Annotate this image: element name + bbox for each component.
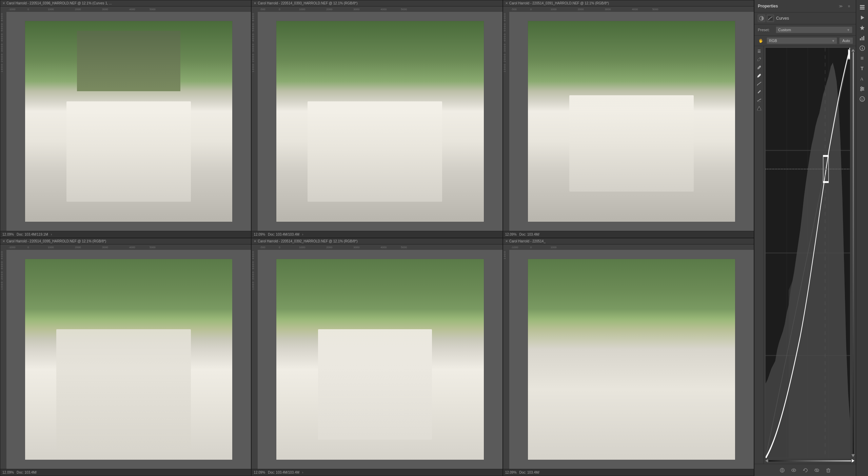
character-toolbar-icon[interactable]: A — [857, 74, 867, 83]
curves-pencil-btn[interactable] — [755, 80, 763, 87]
pencil-tool-btn[interactable] — [755, 88, 763, 96]
status-bar-5: 12.09% Doc: 103.4M/ — [503, 469, 754, 476]
panel-close-2[interactable]: ✕ — [505, 1, 508, 5]
doc-size-0: Doc: 103.4M/119.1M — [17, 233, 48, 236]
output-slider-track — [853, 52, 854, 454]
mask-svg — [759, 16, 764, 21]
curves-mode-tools: 🖐 — [757, 37, 765, 44]
doc-size-2: Doc: 103.4M/ — [519, 233, 539, 236]
output-slider-bottom[interactable] — [851, 454, 855, 457]
expand-panel-button[interactable]: ≫ — [837, 3, 844, 9]
bride-photo-0 — [25, 21, 233, 222]
clipping-btn[interactable] — [755, 104, 763, 112]
panel-close-1[interactable]: ✕ — [254, 1, 256, 5]
actions-toolbar-icon[interactable] — [857, 23, 867, 33]
smooth-curves-btn[interactable] — [755, 96, 763, 104]
svg-rect-37 — [860, 8, 865, 9]
output-slider-top[interactable] — [851, 49, 855, 52]
panel-titlebar-3: ✕ Carol Harrold - 220514_0395_HARROLD.NE… — [0, 238, 251, 244]
trash-icon — [826, 468, 831, 473]
character-svg-icon: A — [859, 76, 865, 82]
status-bar-3: 12.09% Doc: 103.4M/ — [0, 469, 251, 476]
status-arrow-1[interactable]: › — [302, 233, 303, 236]
preset-dropdown[interactable]: Custom ▼ — [776, 26, 852, 33]
ruler-top-4: -500 0 1000 2000 3000 4000 5000 — [252, 244, 502, 250]
clip-mask-button[interactable] — [778, 467, 786, 474]
play-toolbar-icon[interactable] — [857, 13, 867, 22]
main-layout: ✕ Carol Harrold - 220514_0396_HARROLD.NE… — [0, 0, 868, 476]
ruler-area-1: 1000 2000 3000 4000 5000 6000 — [252, 12, 502, 231]
eye2-icon — [814, 468, 820, 473]
svg-marker-15 — [789, 63, 850, 458]
panel-close-3[interactable]: ✕ — [2, 239, 5, 243]
status-arrow-0[interactable]: › — [51, 233, 52, 236]
type-toolbar-icon[interactable]: T — [857, 64, 867, 73]
far-right-toolbar: ≡ T A — [856, 0, 868, 476]
panel-close-5[interactable]: ✕ — [505, 239, 508, 243]
bride-photo-4 — [276, 259, 484, 460]
panel-titlebar-1: ✕ Carol Harrold - 220514_0393_HARROLD.NE… — [252, 0, 502, 6]
svg-marker-26 — [803, 469, 805, 471]
image-panel-3: ✕ Carol Harrold - 220514_0395_HARROLD.NE… — [0, 238, 251, 476]
ruler-left-0: 1000 2000 3000 4000 5000 6000 — [0, 12, 6, 231]
eyedropper-white-btn[interactable] — [755, 72, 763, 79]
image-container-2 — [509, 12, 754, 231]
svg-rect-42 — [863, 36, 864, 40]
curves-tools-col: ☰ — [754, 46, 764, 464]
pencil-icon — [757, 90, 762, 94]
ruler-area-4: 1000 2000 3000 4000 — [252, 250, 502, 469]
histogram-toolbar-icon[interactable] — [857, 33, 867, 43]
properties-icons: ≫ ≡ — [837, 3, 852, 9]
adjust-toolbar-icon[interactable]: ≡ — [857, 54, 867, 63]
ruler-left-4: 1000 2000 3000 4000 — [252, 250, 258, 469]
panel-close-4[interactable]: ✕ — [254, 239, 256, 243]
curves-adj-svg — [768, 16, 773, 21]
panel-title-5: Carol Harrold - 220514_ — [509, 239, 546, 243]
ruler-area-0: 1000 2000 3000 4000 5000 6000 — [0, 12, 251, 231]
eyedropper-dark-icon — [757, 57, 762, 62]
visibility2-button[interactable] — [813, 467, 821, 474]
image-panel-1: ✕ Carol Harrold - 220514_0393_HARROLD.NE… — [251, 0, 502, 238]
svg-point-55 — [863, 98, 863, 99]
properties-title: Properties — [758, 4, 778, 8]
face-svg-icon — [859, 96, 865, 102]
status-bar-4: 12.09% Doc: 103.4M/103.4M › — [252, 469, 502, 476]
curves-header: Curves — [754, 13, 856, 24]
reset-button[interactable] — [802, 467, 809, 474]
panel-close-0[interactable]: ✕ — [2, 1, 5, 5]
svg-point-53 — [860, 97, 865, 101]
eyedropper-gray-btn[interactable] — [755, 64, 763, 71]
input-slider-right[interactable] — [852, 459, 854, 462]
auto-button[interactable]: Auto — [839, 37, 853, 44]
eyedropper-dark-btn[interactable] — [755, 56, 763, 63]
star-svg-icon — [859, 25, 865, 31]
panel-menu-button[interactable]: ≡ — [846, 3, 852, 9]
properties-bottom-toolbar — [754, 464, 856, 476]
ruler-area-5: 1000 — [503, 250, 754, 469]
curves-graph[interactable] — [765, 47, 850, 458]
mask-icon[interactable] — [758, 15, 765, 22]
svg-rect-19 — [848, 50, 850, 59]
curves-section-label: Curves — [776, 16, 789, 21]
input-slider-left[interactable] — [765, 459, 768, 462]
svg-point-25 — [793, 470, 794, 471]
properties-toolbar-icon[interactable] — [857, 84, 867, 94]
face-aware-toolbar-icon[interactable] — [857, 94, 867, 104]
delete-button[interactable] — [825, 467, 832, 474]
adjustment-icon[interactable] — [767, 15, 774, 22]
image-container-3 — [6, 250, 251, 469]
status-bar-1: 12.09% Doc: 103.4M/103.4M › — [252, 231, 502, 238]
visibility-toggle-button[interactable] — [790, 467, 797, 474]
curves-graph-row — [764, 46, 856, 458]
hand-tool-btn[interactable]: ☰ — [755, 47, 763, 55]
layers-toolbar-icon[interactable] — [857, 3, 867, 12]
svg-text:A: A — [860, 76, 864, 81]
ruler-left-3: 1000 2000 3000 4000 — [0, 250, 6, 469]
status-arrow-4[interactable]: › — [302, 471, 303, 474]
properties-panel: Properties ≫ ≡ — [754, 0, 856, 476]
curves-hand-tool-btn[interactable]: 🖐 — [757, 37, 765, 44]
info-toolbar-icon[interactable] — [857, 43, 867, 53]
histogram-svg-icon — [859, 35, 865, 41]
ruler-top-5: -1000 0 1000 — [503, 244, 754, 250]
channel-dropdown[interactable]: RGB ▼ — [767, 37, 837, 44]
